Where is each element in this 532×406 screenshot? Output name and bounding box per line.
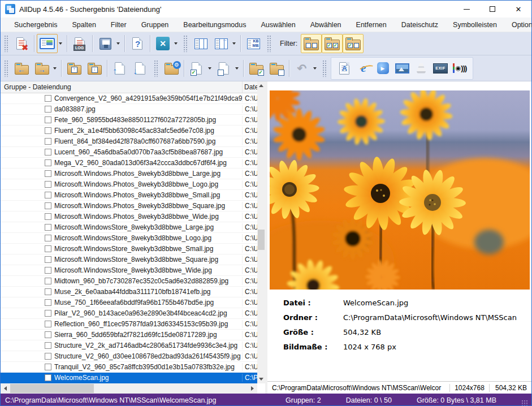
list-item[interactable]: Fete_960_58955bd483e88501127f602a7272805… bbox=[1, 115, 257, 126]
menu-entfernen[interactable]: Entfernen bbox=[349, 19, 394, 31]
file-checkbox[interactable] bbox=[45, 170, 51, 177]
file-checkbox[interactable] bbox=[45, 106, 51, 113]
file-import-button[interactable]: ↓ bbox=[130, 59, 150, 78]
filter-unchecked-button[interactable] bbox=[301, 34, 322, 53]
scroll-down-arrow[interactable] bbox=[257, 375, 265, 383]
menu-suchergebnis[interactable]: Suchergebnis bbox=[7, 19, 64, 31]
preview-pane-button[interactable] bbox=[37, 34, 58, 53]
column-width-button[interactable] bbox=[211, 34, 231, 53]
save-button[interactable] bbox=[95, 34, 115, 53]
log-button[interactable]: LOG bbox=[70, 34, 90, 53]
file-checkbox[interactable] bbox=[45, 192, 51, 198]
close-window-button[interactable]: ✕ bbox=[153, 34, 173, 53]
list-item[interactable]: Microsoft.WindowsStore_8wekyb3d8bbwe_Lar… bbox=[1, 222, 257, 233]
previous-folder-button[interactable]: ← bbox=[11, 59, 32, 78]
list-item[interactable]: Tranquil_V2_960_85c7a8ffcb395d0d1e3b15a0… bbox=[1, 362, 257, 373]
audio-player-button[interactable]: ◉))) bbox=[450, 59, 469, 77]
undo-button[interactable]: ↶ bbox=[292, 59, 312, 78]
menu-bearbeitungsmodus[interactable]: Bearbeitungsmodus bbox=[176, 19, 253, 31]
list-item[interactable]: Fluent_2k_a1e4f5bb63098c45ac83afc5ed6e7c… bbox=[1, 126, 257, 136]
file-checkbox[interactable] bbox=[45, 95, 51, 102]
toolbar-grip[interactable] bbox=[4, 35, 8, 52]
toolbar-grip[interactable] bbox=[322, 60, 326, 77]
help-button[interactable]: ? bbox=[127, 34, 148, 53]
list-item[interactable]: Microsoft.WindowsStore_8wekyb3d8bbwe_Log… bbox=[1, 233, 257, 244]
file-checkbox[interactable] bbox=[45, 159, 51, 166]
menu-abwaehlen[interactable]: Abwählen bbox=[303, 19, 349, 31]
toolbar-grip[interactable] bbox=[154, 60, 158, 77]
column-header-group[interactable]: Gruppe - Dateiendung bbox=[1, 81, 243, 93]
file-checkbox[interactable] bbox=[45, 267, 51, 274]
file-checkbox[interactable] bbox=[45, 224, 51, 231]
file-checkbox[interactable] bbox=[45, 138, 51, 145]
file-checkbox[interactable] bbox=[45, 245, 51, 252]
select-file-dropdown[interactable] bbox=[208, 67, 211, 70]
menu-dateischutz[interactable]: Dateischutz bbox=[394, 19, 446, 31]
menu-spalten[interactable]: Spalten bbox=[64, 19, 103, 31]
list-item[interactable]: WelcomeScan.jpg C:\P bbox=[1, 373, 257, 383]
menu-filter[interactable]: Filter bbox=[103, 19, 134, 31]
list-item[interactable]: Convergence_V2_960_a4291915a9e359b054f1e… bbox=[1, 93, 257, 104]
horizontal-scrollbar[interactable] bbox=[1, 383, 257, 394]
file-checkbox[interactable] bbox=[45, 342, 51, 349]
image-viewer-button[interactable] bbox=[392, 59, 412, 77]
maximize-button[interactable] bbox=[479, 1, 505, 18]
close-button[interactable]: ✕ bbox=[505, 1, 531, 18]
list-item[interactable]: Lucent_960_45a6dba5a0d070b7aa3cf5b8bea87… bbox=[1, 147, 257, 158]
file-checkbox[interactable] bbox=[45, 149, 51, 156]
scroll-up-arrow[interactable] bbox=[257, 81, 265, 90]
list-item[interactable]: Fluent_864_bf384ed42f878a0cff607687a6bb7… bbox=[1, 136, 257, 147]
next-folder-button[interactable]: → bbox=[32, 59, 52, 78]
list-item[interactable]: Sierra_960_5dd659bfa2f7821d69fc15de08717… bbox=[1, 330, 257, 340]
list-item[interactable]: Microsoft.Windows.Photos_8wekyb3d8bbwe_S… bbox=[1, 201, 257, 211]
filter-checked-button[interactable]: ✓✓ bbox=[322, 34, 343, 53]
filter-mixed-button[interactable]: ✓ bbox=[343, 34, 364, 53]
close-window-dropdown[interactable] bbox=[174, 42, 178, 45]
list-item[interactable]: da083887.jpg C:\U bbox=[1, 104, 257, 115]
file-checkbox[interactable] bbox=[45, 299, 51, 306]
scroll-right-arrow[interactable] bbox=[248, 383, 257, 394]
file-checkbox[interactable] bbox=[45, 364, 51, 370]
file-export-button[interactable]: ↑ bbox=[110, 59, 130, 78]
text-viewer-button[interactable]: A bbox=[335, 59, 354, 77]
file-checkbox[interactable] bbox=[45, 278, 51, 284]
file-checkbox[interactable] bbox=[45, 310, 51, 317]
folder-down-button[interactable]: ↓ bbox=[84, 59, 105, 78]
save-dropdown[interactable] bbox=[116, 42, 120, 45]
toolbar-grip[interactable] bbox=[4, 60, 8, 77]
list-item[interactable]: Structure_V2_960_d30ee108678ed2bad93da26… bbox=[1, 351, 257, 362]
close-searchresult-button[interactable]: ✖ bbox=[11, 34, 32, 53]
filesize-unit-button[interactable]: KBMB bbox=[243, 34, 263, 53]
menu-gruppen[interactable]: Gruppen bbox=[134, 19, 176, 31]
deselect-file-dropdown[interactable] bbox=[235, 67, 239, 70]
vertical-scrollbar[interactable] bbox=[257, 81, 265, 383]
list-item[interactable]: Structure_V2_2k_ad7146adb4c2806a51734fde… bbox=[1, 340, 257, 351]
list-item[interactable]: Microsoft.WindowsStore_8wekyb3d8bbwe_Squ… bbox=[1, 254, 257, 265]
undo-dropdown[interactable] bbox=[313, 67, 317, 70]
file-checkbox[interactable] bbox=[45, 127, 51, 134]
list-item[interactable]: Muse_750_1f66eeafa6bddf9fa96b1755b467bd5… bbox=[1, 297, 257, 308]
list-item[interactable]: Microsoft.Windows.Photos_8wekyb3d8bbwe_W… bbox=[1, 211, 257, 222]
list-item[interactable]: Muse_2k_6e0aaba44fddba3111710bfb18741efb… bbox=[1, 287, 257, 297]
browser-button[interactable]: e bbox=[354, 59, 373, 77]
columns-button[interactable] bbox=[191, 34, 211, 53]
file-checkbox[interactable] bbox=[45, 288, 51, 295]
toolbar-grip[interactable] bbox=[183, 35, 187, 52]
file-checkbox[interactable] bbox=[45, 353, 51, 360]
file-checkbox[interactable] bbox=[45, 235, 51, 241]
file-checkbox[interactable] bbox=[45, 374, 51, 381]
scroll-left-arrow[interactable] bbox=[1, 383, 10, 394]
list-item[interactable]: Mega_V2_960_80ada013d06f3a42ccca3ddbc67d… bbox=[1, 158, 257, 169]
vertical-scroll-thumb[interactable] bbox=[258, 230, 265, 250]
deselect-file-button[interactable] bbox=[214, 59, 234, 78]
horizontal-scroll-thumb[interactable] bbox=[10, 384, 94, 393]
column-header-path[interactable]: Date bbox=[243, 81, 257, 93]
menu-optionen[interactable]: Optionen bbox=[504, 19, 532, 31]
list-item[interactable]: Pilar_V2_960_b143ace0a963e2890e3b4f4bcea… bbox=[1, 308, 257, 319]
file-checkbox[interactable] bbox=[45, 331, 51, 338]
select-file-button[interactable]: ✓ bbox=[187, 59, 207, 78]
list-item[interactable]: Microsoft.Windows.Photos_8wekyb3d8bbwe_S… bbox=[1, 190, 257, 201]
file-checkbox[interactable] bbox=[45, 213, 51, 220]
list-item[interactable]: Midtown_960_bb7c730287ec352c0c5ad6e32d88… bbox=[1, 276, 257, 287]
list-item[interactable]: Reflection_960_ff1cec95787fda913d6334515… bbox=[1, 319, 257, 330]
